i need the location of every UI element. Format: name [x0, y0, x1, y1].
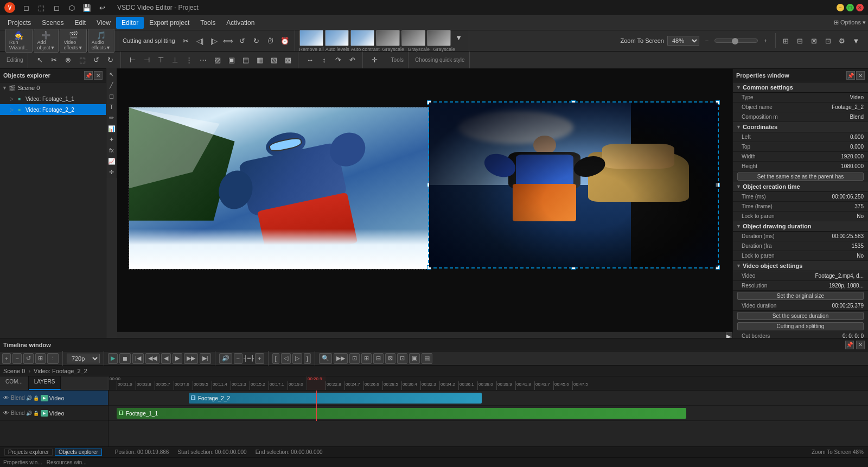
clock-icon[interactable]: ⏱: [264, 34, 277, 47]
view-icon-5[interactable]: ⚙: [835, 34, 848, 47]
track-audio-2[interactable]: 🔊: [26, 407, 33, 420]
pen-tool[interactable]: ✏: [107, 113, 117, 123]
line-tool[interactable]: ╱: [107, 80, 117, 90]
align-top-tool[interactable]: ⊥: [169, 54, 182, 67]
menu-edit[interactable]: Edit: [69, 17, 91, 29]
select-tool[interactable]: ↖: [34, 54, 47, 67]
extra-btn[interactable]: ⊠: [385, 353, 395, 364]
graph-tool[interactable]: 📈: [107, 156, 117, 166]
redo-icon[interactable]: ↻: [250, 34, 263, 47]
resolution-dropdown[interactable]: 720p 1080p: [67, 354, 100, 363]
move-tool-2[interactable]: ✛: [107, 167, 117, 177]
play-btn[interactable]: ▶: [108, 353, 118, 364]
stop-btn[interactable]: ⏹: [119, 353, 131, 364]
scene-item[interactable]: ▼ 🎬 Scene 0: [0, 82, 106, 93]
video-effects-button[interactable]: 🎬 Videoeffects▼: [60, 29, 86, 53]
grayscale-thumb-1[interactable]: [376, 30, 400, 46]
grayscale-thumb-3[interactable]: [427, 30, 451, 46]
undo-tool[interactable]: ↺: [90, 54, 103, 67]
view-icon-1[interactable]: ⊞: [779, 34, 792, 47]
view-icon-3[interactable]: ⊠: [807, 34, 820, 47]
tl-add-btn[interactable]: +: [2, 353, 11, 364]
view-icon-2[interactable]: ⊟: [793, 34, 806, 47]
maximize-button[interactable]: □: [846, 4, 854, 11]
extra3-btn[interactable]: ▣: [409, 353, 420, 364]
audio-btn[interactable]: 🔊: [219, 353, 232, 364]
scissors-icon[interactable]: ✂: [180, 34, 193, 47]
zoom-slider[interactable]: [714, 39, 758, 43]
effect-tool[interactable]: ✦: [107, 135, 117, 144]
menu-editor[interactable]: Editor: [116, 17, 144, 29]
vol-up-btn[interactable]: +: [255, 353, 264, 364]
shrink-btn[interactable]: ⊟: [373, 353, 384, 364]
grayscale-thumb-2[interactable]: [401, 30, 425, 46]
track-visibility-2[interactable]: 👁: [2, 410, 10, 417]
cut-left-icon[interactable]: ◁|: [194, 34, 207, 47]
menu-activation[interactable]: Activation: [221, 17, 260, 29]
select-box-tool[interactable]: ⬚: [76, 54, 89, 67]
prev-btn[interactable]: ◀: [161, 353, 171, 364]
menu-tools[interactable]: Tools: [195, 17, 221, 29]
align-right-tool[interactable]: ⊤: [155, 54, 168, 67]
vol-down-btn[interactable]: −: [234, 353, 242, 364]
arrange-tool[interactable]: ▨: [211, 54, 224, 67]
more-tl-btn[interactable]: ▶▶: [334, 353, 348, 364]
title-bar-icon-4[interactable]: ⬡: [65, 1, 78, 14]
split-icon[interactable]: ⟺: [222, 34, 235, 47]
pin-button[interactable]: 📌: [84, 71, 93, 80]
track-label-footage1[interactable]: 👁 Blend 🔊 🔒 ▶ Video: [0, 406, 108, 421]
remove-all-thumb[interactable]: [299, 30, 323, 46]
view-icon-4[interactable]: ⊡: [821, 34, 834, 47]
fx-tool[interactable]: fx: [107, 145, 117, 155]
prev-frame-btn[interactable]: |◀: [132, 353, 144, 364]
video-settings-section[interactable]: ▼ Video object settings: [733, 261, 868, 271]
move-tool[interactable]: ✛: [368, 54, 381, 67]
jump-out-btn[interactable]: ▷: [292, 353, 302, 364]
tl-misc-btn[interactable]: ⋮: [47, 353, 59, 364]
common-settings-section[interactable]: ▼ Common settings: [733, 82, 868, 93]
footage-1-item[interactable]: ▷ ■ Video: Footage_1_1: [0, 93, 106, 104]
footage-2-item[interactable]: ▷ ■ Video: Footage_2_2: [0, 104, 106, 115]
redo-tool[interactable]: ↻: [104, 54, 117, 67]
cut-tool[interactable]: ✂: [48, 54, 61, 67]
next-btn[interactable]: ▶: [173, 353, 182, 364]
end-btn[interactable]: ▶|: [200, 353, 211, 364]
title-bar-icon-save[interactable]: 💾: [80, 1, 93, 14]
snap-btn[interactable]: ⊡: [349, 353, 360, 364]
props-pin-btn[interactable]: 📌: [846, 71, 855, 80]
extra2-btn[interactable]: ⊡: [397, 353, 407, 364]
lock-tool[interactable]: ▦: [253, 54, 266, 67]
original-size-btn[interactable]: Set the original size: [737, 292, 864, 300]
zoom-out-icon[interactable]: −: [700, 34, 713, 47]
track-visibility-1[interactable]: 👁: [2, 394, 10, 402]
zoom-in-icon[interactable]: +: [759, 34, 772, 47]
minimize-button[interactable]: −: [837, 4, 844, 11]
close-panel-button[interactable]: ✕: [94, 71, 103, 80]
menu-export[interactable]: Export project: [144, 17, 195, 29]
zoom-tl-btn[interactable]: 🔍: [319, 353, 332, 364]
tab-layers[interactable]: LAYERS: [29, 376, 61, 390]
mark-out-btn[interactable]: ]: [304, 353, 311, 364]
fast-fwd-btn[interactable]: ▶▶: [184, 353, 198, 364]
menu-projects[interactable]: Projects: [2, 17, 36, 29]
mark-in-btn[interactable]: [: [272, 353, 279, 364]
title-bar-icon-2[interactable]: ⬚: [35, 1, 48, 14]
text-tool[interactable]: T: [107, 102, 117, 112]
add-object-button[interactable]: ➕ Addobject▼: [34, 29, 59, 53]
track-lock-1[interactable]: 🔒: [33, 392, 40, 405]
delete-tool[interactable]: ▩: [282, 54, 295, 67]
timeline-ruler[interactable]: 00:00 00:01.9 00:03.8 00:05.7 00:07.6 00…: [108, 376, 868, 391]
run-wizard-button[interactable]: 🧙 RunWizard...: [5, 29, 33, 53]
scroll-right-btn[interactable]: ▶: [726, 332, 732, 338]
flip-h-tool[interactable]: ↔: [304, 54, 317, 67]
view-icon-6[interactable]: ▼: [850, 34, 863, 47]
clip-footage2[interactable]: 🎞 Footage_2_2: [189, 393, 482, 404]
props-close-btn[interactable]: ✕: [856, 71, 865, 80]
scissors-tool[interactable]: ⊗: [62, 54, 75, 67]
effects-more-btn[interactable]: ▼: [452, 31, 465, 44]
align-left-tool[interactable]: ⊢: [126, 54, 139, 67]
hide-tool[interactable]: ▧: [267, 54, 280, 67]
jump-in-btn[interactable]: ◁: [281, 353, 291, 364]
extra4-btn[interactable]: ▤: [422, 353, 432, 364]
menu-scenes[interactable]: Scenes: [36, 17, 69, 29]
